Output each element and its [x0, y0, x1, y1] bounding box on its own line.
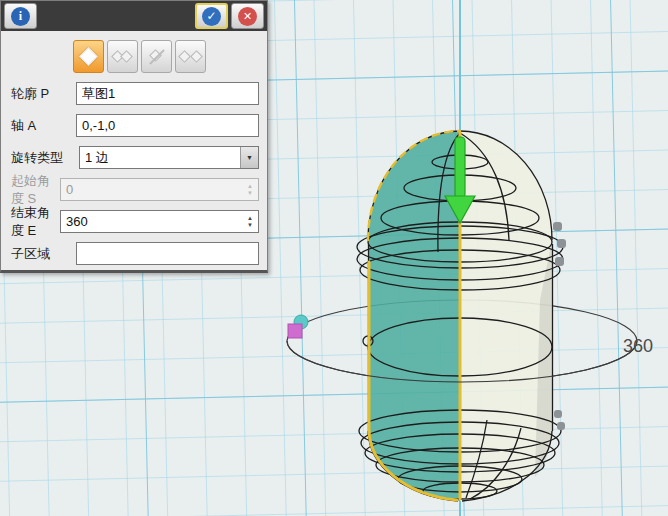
cancel-button[interactable]: ✕ — [231, 3, 264, 29]
start-angle-spinbox: ▲ ▼ — [60, 178, 259, 201]
end-angle-spinner-icons[interactable]: ▲ ▼ — [242, 211, 258, 232]
model-left-half-fill[interactable] — [368, 131, 460, 501]
revolve-form: 轮廓 P 轴 A 旋转类型 1 边 ▼ 起始角度 S ▲ — [1, 82, 267, 265]
end-angle-label: 结束角度 E — [11, 204, 60, 240]
revolve-type-row: 旋转类型 1 边 ▼ — [11, 146, 259, 169]
mode-one-side-button[interactable] — [73, 40, 104, 73]
end-angle-spinbox[interactable]: ▲ ▼ — [60, 210, 259, 233]
axis-label: 轴 A — [11, 117, 76, 135]
angle-drag-handle[interactable] — [288, 324, 302, 338]
revolve-type-combobox[interactable]: 1 边 ▼ — [79, 146, 259, 169]
one-side-diamond-icon — [79, 47, 97, 65]
end-angle-input[interactable] — [61, 211, 242, 232]
info-icon: i — [11, 7, 30, 26]
revolve-type-value: 1 边 — [80, 149, 240, 167]
subregion-label: 子区域 — [11, 245, 76, 263]
revolve-task-dialog: i ✓ ✕ 轮廓 P — [0, 0, 268, 273]
split-diamond-icon — [178, 50, 191, 63]
mode-diamond-slash-button[interactable] — [141, 40, 172, 73]
end-angle-row: 结束角度 E ▲ ▼ — [11, 210, 259, 233]
profile-label: 轮廓 P — [11, 85, 76, 103]
mode-two-sides-button[interactable] — [107, 40, 138, 73]
close-x-icon: ✕ — [238, 7, 257, 26]
start-angle-spinner-icons: ▲ ▼ — [242, 179, 258, 200]
start-angle-input — [61, 179, 242, 200]
accept-button[interactable]: ✓ — [195, 3, 228, 29]
start-angle-label: 起始角度 S — [11, 172, 60, 208]
profile-row: 轮廓 P — [11, 82, 259, 105]
chevron-down-icon[interactable]: ▼ — [240, 147, 258, 168]
profile-input[interactable] — [77, 83, 258, 104]
accept-check-icon: ✓ — [202, 7, 221, 26]
axis-row: 轴 A — [11, 114, 259, 137]
revolve-type-label: 旋转类型 — [11, 149, 79, 167]
subregion-input[interactable] — [77, 243, 258, 264]
start-angle-row: 起始角度 S ▲ ▼ — [11, 178, 259, 201]
info-button[interactable]: i — [4, 3, 37, 29]
angle-value-label: 360 — [623, 336, 653, 356]
dialog-titlebar: i ✓ ✕ — [1, 1, 267, 31]
mode-split-diamond-button[interactable] — [175, 40, 206, 73]
axis-input[interactable] — [77, 115, 258, 136]
revolve-mode-row — [73, 40, 267, 73]
subregion-row: 子区域 — [11, 242, 259, 265]
